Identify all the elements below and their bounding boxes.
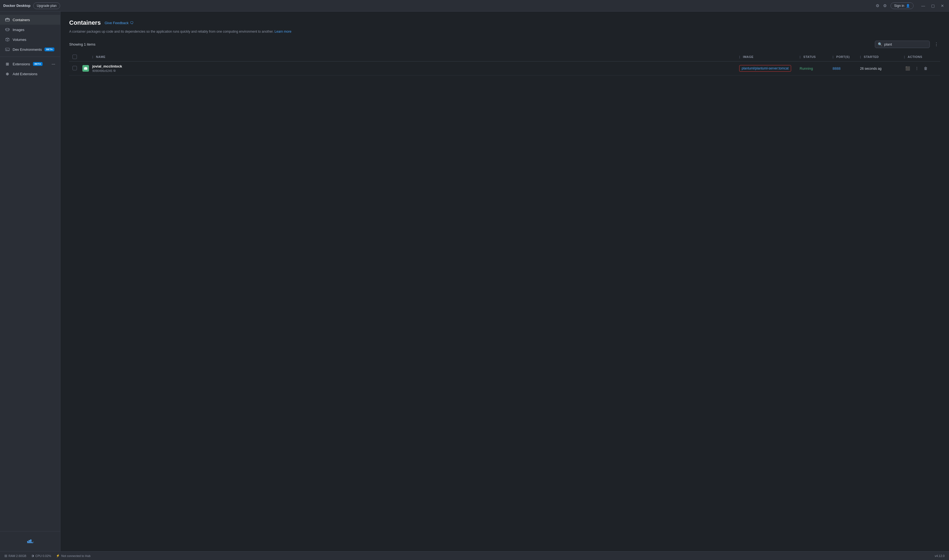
- copy-id-icon[interactable]: ⧉: [113, 69, 116, 72]
- ram-icon: ▤: [5, 554, 7, 557]
- select-all-checkbox[interactable]: [72, 55, 77, 59]
- sidebar-label-extensions: Extensions: [12, 62, 30, 66]
- header-checkbox: [72, 55, 82, 59]
- sidebar-divider: [0, 57, 60, 57]
- container-name: jovial_mcclintock: [92, 64, 739, 68]
- titlebar: Docker Desktop Upgrade plan ⚙ ⚙ Sign in …: [0, 0, 949, 12]
- hub-connection-status: ⚡ Not connected to Hub: [56, 554, 90, 557]
- add-icon: ⊕: [5, 71, 10, 76]
- search-icon: 🔍: [878, 42, 882, 46]
- row-checkbox[interactable]: [72, 66, 77, 70]
- cpu-label: CPU 0.02%: [35, 554, 51, 557]
- toolbar-right: 🔍 ⋮: [875, 41, 940, 48]
- dev-env-badge: BETA: [45, 48, 54, 51]
- sidebar-item-images[interactable]: Images: [0, 25, 60, 35]
- sidebar-item-containers[interactable]: Containers: [0, 15, 60, 25]
- svg-rect-5: [27, 541, 28, 542]
- svg-rect-10: [85, 67, 87, 68]
- header-actions: | ACTIONS: [904, 55, 937, 58]
- container-image-cell: plantuml/plantuml-server:tomcat: [739, 65, 800, 72]
- minimize-button[interactable]: —: [920, 3, 927, 9]
- svg-rect-1: [6, 18, 9, 20]
- container-ports: 8888: [833, 66, 841, 71]
- toolbar: Showing 1 items 🔍 ⋮: [69, 41, 940, 48]
- sidebar-footer: [0, 531, 60, 551]
- page-header: Containers Give Feedback 🗨: [69, 19, 940, 26]
- sidebar-item-volumes[interactable]: Volumes: [0, 35, 60, 45]
- table-header: | NAME | IMAGE | STATUS | PORT(S) | ST: [69, 52, 940, 62]
- close-button[interactable]: ✕: [939, 3, 946, 9]
- dev-environments-icon: [5, 47, 10, 52]
- container-id: 9090496c6245 ⧉: [92, 69, 739, 72]
- header-status: | STATUS: [800, 55, 833, 58]
- cpu-usage: ◑ CPU 0.02%: [31, 554, 51, 557]
- extensions-more-icon[interactable]: ⋯: [52, 62, 55, 66]
- header-image: | IMAGE: [739, 55, 800, 58]
- row-checkbox-cell: [72, 66, 82, 71]
- titlebar-left: Docker Desktop Upgrade plan: [3, 3, 60, 9]
- sidebar-label-volumes: Volumes: [12, 38, 26, 42]
- header-ports: | PORT(S): [833, 55, 860, 58]
- feedback-icon: 🗨: [130, 21, 134, 25]
- container-started: 26 seconds ag: [860, 67, 881, 71]
- svg-point-3: [6, 28, 9, 30]
- signin-button[interactable]: Sign in 👤: [890, 3, 914, 9]
- container-status-cell: Running: [800, 66, 833, 71]
- svg-rect-0: [6, 18, 9, 21]
- sidebar-item-dev-environments[interactable]: Dev Environments BETA: [0, 45, 60, 54]
- not-connected-label: Not connected to Hub: [61, 554, 90, 557]
- sidebar: Containers Images: [0, 12, 60, 551]
- maximize-button[interactable]: ▢: [929, 3, 937, 9]
- container-image-link[interactable]: plantuml/plantuml-server:tomcat: [739, 65, 791, 72]
- page-title: Containers: [69, 19, 101, 26]
- header-name: | NAME: [92, 55, 739, 58]
- extensions-icon[interactable]: ⚙: [876, 3, 879, 8]
- search-box[interactable]: 🔍: [875, 41, 930, 48]
- learn-more-link[interactable]: Learn more: [274, 30, 291, 34]
- not-connected-icon: ⚡: [56, 554, 60, 557]
- cpu-icon: ◑: [31, 554, 34, 557]
- ram-label: RAM 2.60GB: [9, 554, 26, 557]
- table-row[interactable]: jovial_mcclintock 9090496c6245 ⧉ plantum…: [69, 62, 940, 75]
- container-actions-cell: ⬛ ⋮ 🗑: [904, 65, 937, 71]
- sidebar-label-images: Images: [12, 28, 25, 32]
- search-input[interactable]: [884, 42, 931, 46]
- stop-button[interactable]: ⬛: [904, 65, 911, 71]
- main-layout: Containers Images: [0, 12, 949, 551]
- sidebar-item-add-extensions[interactable]: ⊕ Add Extensions: [0, 69, 60, 79]
- user-avatar-icon: 👤: [906, 4, 910, 8]
- statusbar: ▤ RAM 2.60GB ◑ CPU 0.02% ⚡ Not connected…: [0, 551, 949, 560]
- sidebar-label-dev-environments: Dev Environments: [12, 48, 42, 52]
- container-ports-cell: 8888: [833, 66, 860, 71]
- showing-count: Showing 1 items: [69, 42, 95, 46]
- row-more-button[interactable]: ⋮: [914, 65, 920, 71]
- delete-button[interactable]: 🗑: [922, 65, 929, 71]
- upgrade-plan-button[interactable]: Upgrade plan: [33, 3, 60, 9]
- container-started-cell: 26 seconds ag: [860, 66, 904, 71]
- version-label: v4.12.0: [935, 554, 944, 557]
- volumes-icon: [5, 37, 10, 42]
- svg-rect-7: [30, 539, 31, 542]
- app-title: Docker Desktop: [3, 3, 31, 8]
- containers-icon: [5, 17, 10, 22]
- ram-usage: ▤ RAM 2.60GB: [5, 554, 26, 557]
- more-options-button[interactable]: ⋮: [932, 41, 940, 48]
- statusbar-right: v4.12.0: [935, 554, 944, 557]
- container-name-cell: jovial_mcclintock 9090496c6245 ⧉: [92, 64, 739, 72]
- main-content: Containers Give Feedback 🗨 A container p…: [60, 12, 949, 551]
- extensions-sidebar-icon: ⊞: [5, 62, 10, 66]
- page-description: A container packages up code and its dep…: [69, 29, 940, 34]
- window-controls: — ▢ ✕: [920, 3, 946, 9]
- containers-table: | NAME | IMAGE | STATUS | PORT(S) | ST: [69, 52, 940, 75]
- settings-icon[interactable]: ⚙: [883, 3, 887, 8]
- sidebar-item-extensions[interactable]: ⊞ Extensions BETA ⋯: [0, 59, 60, 69]
- svg-rect-9: [84, 68, 87, 70]
- svg-rect-6: [29, 540, 30, 542]
- titlebar-right: ⚙ ⚙ Sign in 👤 — ▢ ✕: [876, 3, 946, 9]
- images-icon: [5, 27, 10, 32]
- extensions-badge: BETA: [33, 62, 43, 66]
- container-type-icon: [82, 65, 89, 72]
- docker-whale-logo: [0, 534, 60, 548]
- header-started: | STARTED: [860, 55, 904, 58]
- give-feedback-link[interactable]: Give Feedback 🗨: [105, 21, 134, 25]
